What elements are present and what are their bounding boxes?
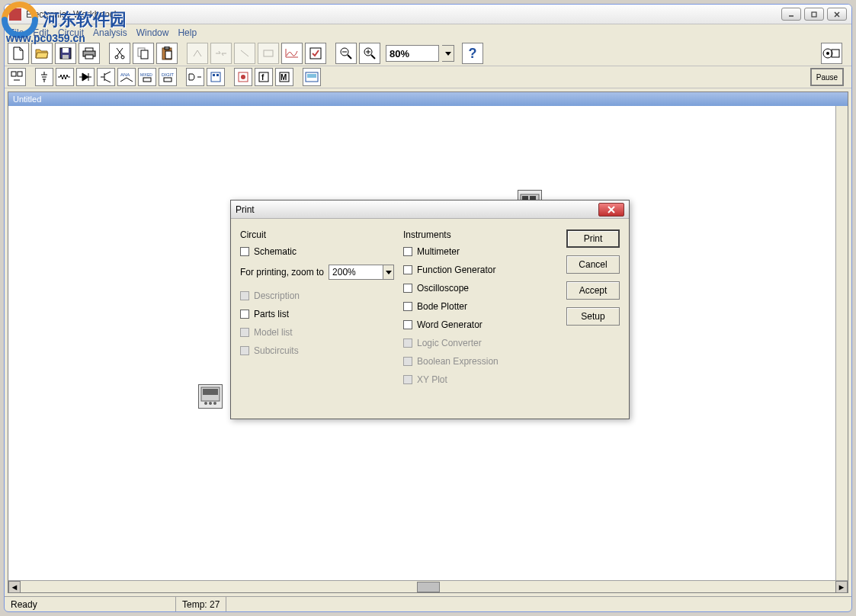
pause-button[interactable]: Pause: [810, 68, 844, 86]
subcircuits-checkbox: [240, 346, 249, 355]
cancel-button[interactable]: Cancel: [566, 255, 620, 274]
svg-rect-1: [812, 12, 816, 17]
scrollbar-horizontal[interactable]: ◄ ►: [8, 580, 848, 592]
menu-edit[interactable]: Edit: [33, 27, 49, 38]
zoom-out-icon[interactable]: [335, 43, 357, 64]
resistor-icon[interactable]: [56, 68, 74, 86]
new-icon[interactable]: [8, 43, 29, 64]
properties-icon[interactable]: [305, 43, 326, 64]
menu-window[interactable]: Window: [136, 27, 169, 38]
subcircuit-icon[interactable]: [258, 43, 279, 64]
instruments-header: Instruments: [403, 229, 559, 240]
misc-icon[interactable]: [8, 68, 26, 86]
misc2-icon[interactable]: M: [275, 68, 293, 86]
graph-icon[interactable]: [281, 43, 303, 64]
boolean-label: Boolean Expression: [417, 356, 499, 367]
paste-icon[interactable]: [156, 43, 178, 64]
zoom-dropdown-icon[interactable]: [442, 45, 454, 62]
close-button[interactable]: [827, 8, 847, 21]
zoom-level[interactable]: 80%: [386, 45, 439, 62]
transistor-icon[interactable]: [97, 68, 115, 86]
svg-rect-14: [165, 51, 172, 59]
control-icon[interactable]: f: [255, 68, 273, 86]
analog-ic-icon[interactable]: ANA: [117, 68, 136, 86]
mixed-ic-icon[interactable]: MIXED: [138, 68, 156, 86]
flip-h-icon[interactable]: [210, 43, 232, 64]
save-icon[interactable]: [55, 43, 76, 64]
svg-text:M: M: [281, 73, 287, 82]
scroll-left-icon[interactable]: ◄: [8, 581, 21, 593]
dialog-titlebar: Print: [231, 201, 629, 219]
oscope-checkbox[interactable]: [403, 284, 412, 293]
minimize-button[interactable]: [781, 8, 801, 21]
xyplot-label: XY Plot: [417, 374, 447, 385]
model-list-label: Model list: [254, 327, 293, 338]
multimeter-checkbox[interactable]: [403, 247, 412, 256]
svg-rect-4: [63, 55, 69, 59]
indicator-icon[interactable]: [234, 68, 252, 86]
wordgen-checkbox[interactable]: [403, 320, 412, 329]
instruments-column: Instruments Multimeter Function Generato…: [403, 229, 559, 408]
accept-button[interactable]: Accept: [566, 281, 620, 300]
scroll-thumb[interactable]: [417, 582, 440, 592]
svg-rect-15: [264, 50, 273, 56]
zoom-select-arrow-icon[interactable]: [383, 265, 394, 280]
dialog-close-button[interactable]: [598, 203, 624, 217]
boolean-checkbox: [403, 357, 412, 366]
oscope-label: Oscilloscope: [417, 283, 469, 294]
svg-rect-49: [203, 389, 218, 395]
svg-rect-32: [211, 72, 220, 82]
menu-circuit[interactable]: Circuit: [58, 27, 84, 38]
source-icon[interactable]: [35, 68, 53, 86]
instrument-icon[interactable]: [303, 68, 321, 86]
print-icon[interactable]: [79, 43, 100, 64]
menu-help[interactable]: Help: [178, 27, 197, 38]
diode-icon[interactable]: [76, 68, 95, 86]
scroll-right-icon[interactable]: ►: [835, 581, 848, 593]
fgen-label: Function Generator: [417, 265, 495, 275]
setup-button[interactable]: Setup: [566, 307, 620, 326]
subcircuits-label: Subcircuits: [254, 345, 299, 356]
svg-rect-26: [18, 72, 22, 76]
zoom-in-icon[interactable]: [359, 43, 380, 64]
svg-point-24: [826, 52, 829, 55]
menu-analysis[interactable]: Analysis: [93, 27, 127, 38]
component-instrument-2[interactable]: [198, 384, 223, 409]
cut-icon[interactable]: [109, 43, 130, 64]
bode-label: Bode Plotter: [417, 301, 467, 312]
svg-rect-7: [85, 55, 93, 59]
switch-icon[interactable]: [821, 43, 842, 64]
copy-icon[interactable]: [133, 43, 154, 64]
print-button[interactable]: Print: [566, 229, 620, 248]
status-temp: Temp: 27: [176, 597, 226, 611]
scrollbar-vertical[interactable]: [835, 106, 848, 580]
svg-text:ANA: ANA: [120, 72, 130, 77]
app-icon: [9, 8, 21, 21]
flip-v-icon[interactable]: [234, 43, 255, 64]
rotate-icon[interactable]: [187, 43, 208, 64]
help-icon[interactable]: ?: [462, 43, 483, 64]
status-ready: Ready: [5, 597, 176, 611]
svg-rect-11: [141, 50, 148, 59]
zoom-select[interactable]: 200%: [329, 265, 383, 280]
bode-checkbox[interactable]: [403, 302, 412, 311]
svg-rect-3: [63, 48, 69, 53]
digital-ic-icon[interactable]: DIGIT: [159, 68, 177, 86]
gate-icon[interactable]: [186, 68, 204, 86]
display-icon[interactable]: [207, 68, 225, 86]
dialog-buttons: Print Cancel Accept Setup: [566, 229, 620, 408]
fgen-checkbox[interactable]: [403, 265, 412, 274]
svg-rect-33: [213, 74, 215, 76]
menu-file[interactable]: File: [9, 27, 24, 38]
maximize-button[interactable]: [804, 8, 824, 21]
svg-rect-13: [165, 47, 169, 50]
circuit-column: Circuit Schematic For printing, zoom to …: [240, 229, 396, 408]
open-icon[interactable]: [31, 43, 53, 64]
model-list-checkbox: [240, 328, 249, 337]
logic-checkbox: [403, 338, 412, 348]
circuit-header: Circuit: [240, 229, 396, 240]
parts-list-checkbox[interactable]: [240, 310, 249, 319]
schematic-checkbox[interactable]: [240, 247, 249, 256]
zoom-label: For printing, zoom to: [240, 267, 324, 278]
print-dialog: Print Circuit Schematic For printing, zo…: [230, 200, 630, 419]
